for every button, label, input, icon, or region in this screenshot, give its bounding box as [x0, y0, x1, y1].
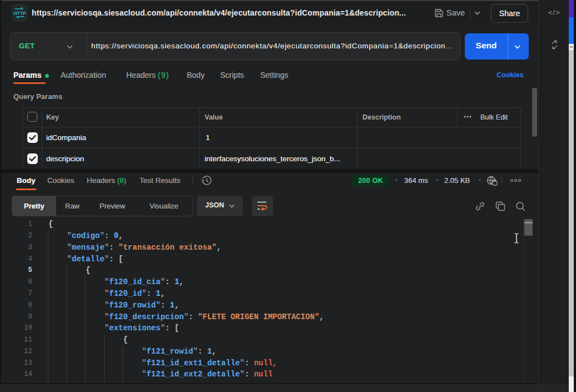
- svg-text:HTTP: HTTP: [13, 11, 26, 16]
